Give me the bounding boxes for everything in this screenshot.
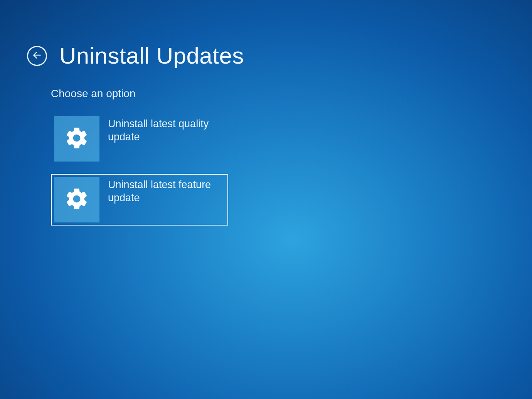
option-uninstall-quality-update[interactable]: Uninstall latest quality update [51, 113, 228, 165]
tile-icon-box [54, 177, 99, 222]
option-uninstall-feature-update[interactable]: Uninstall latest feature update [51, 174, 228, 226]
page-title: Uninstall Updates [59, 42, 244, 69]
tile-icon-box [54, 116, 99, 162]
subtitle: Choose an option [51, 88, 532, 100]
gear-icon [64, 126, 89, 152]
options-list: Uninstall latest quality update Uninstal… [51, 113, 532, 226]
content-area: Choose an option Uninstall latest qualit… [27, 88, 532, 226]
back-button[interactable] [27, 46, 47, 66]
header: Uninstall Updates [27, 42, 532, 69]
option-label: Uninstall latest feature update [108, 177, 220, 205]
recovery-screen: Uninstall Updates Choose an option Unins… [0, 0, 532, 226]
back-arrow-icon [32, 50, 42, 62]
option-label: Uninstall latest quality update [108, 116, 220, 144]
gear-icon [64, 187, 89, 213]
